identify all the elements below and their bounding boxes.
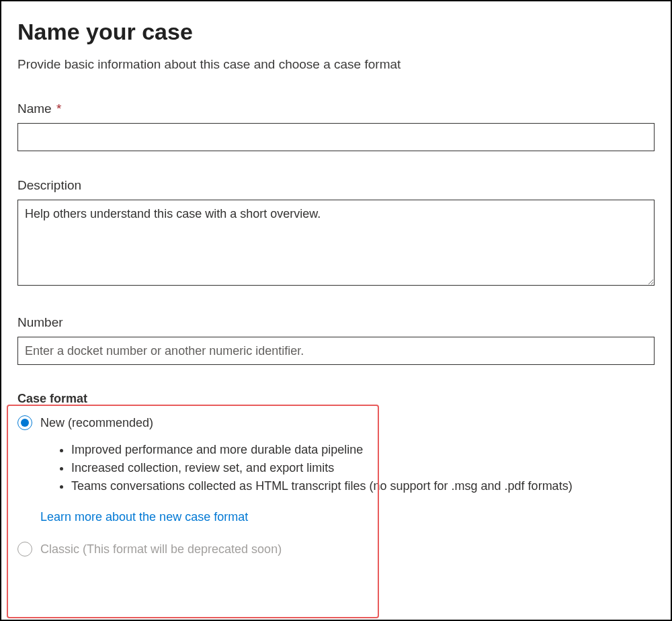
description-form-group: Description	[17, 178, 655, 288]
radio-label-classic: Classic (This format will be deprecated …	[40, 542, 282, 556]
number-input[interactable]	[17, 337, 655, 365]
case-format-section: Case format New (recommended) Improved p…	[17, 392, 655, 556]
feature-item: Improved performance and more durable da…	[71, 441, 655, 459]
radio-option-new[interactable]: New (recommended)	[17, 415, 655, 430]
description-textarea[interactable]	[17, 200, 655, 286]
number-form-group: Number	[17, 315, 655, 365]
page-subtitle: Provide basic information about this cas…	[17, 57, 655, 72]
description-label: Description	[17, 178, 655, 193]
learn-more-link[interactable]: Learn more about the new case format	[40, 510, 248, 524]
radio-option-classic[interactable]: Classic (This format will be deprecated …	[17, 542, 655, 556]
new-format-feature-list: Improved performance and more durable da…	[71, 441, 655, 495]
radio-button-classic[interactable]	[17, 542, 32, 556]
number-label: Number	[17, 315, 655, 330]
radio-label-new: New (recommended)	[40, 416, 153, 430]
radio-button-new[interactable]	[17, 415, 32, 430]
name-label: Name *	[17, 101, 655, 116]
name-form-group: Name *	[17, 101, 655, 151]
dialog-frame: Name your case Provide basic information…	[0, 0, 672, 621]
feature-item: Teams conversations collected as HTML tr…	[71, 477, 655, 495]
required-indicator-icon: *	[56, 101, 61, 116]
case-format-heading: Case format	[17, 392, 655, 406]
name-input[interactable]	[17, 123, 655, 151]
name-label-text: Name	[17, 101, 52, 116]
page-title: Name your case	[17, 19, 655, 45]
feature-item: Increased collection, review set, and ex…	[71, 459, 655, 477]
